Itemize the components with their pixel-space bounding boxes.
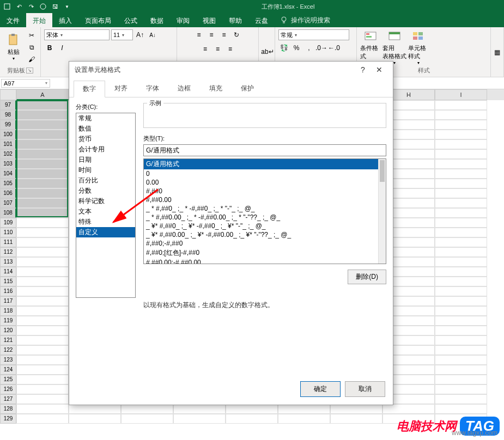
cell[interactable] xyxy=(16,120,69,130)
cell[interactable] xyxy=(16,414,69,424)
cell[interactable] xyxy=(435,149,487,159)
type-item[interactable]: #,##0;[红色]-#,##0 xyxy=(144,248,386,258)
row-header[interactable]: 124 xyxy=(0,365,16,375)
dialog-tab[interactable]: 保护 xyxy=(232,80,263,97)
row-header[interactable]: 106 xyxy=(0,188,16,198)
category-item[interactable]: 百分比 xyxy=(76,175,135,186)
font-size-combo[interactable]: 11▾ xyxy=(111,29,133,40)
cell[interactable] xyxy=(435,345,487,355)
category-item[interactable]: 文本 xyxy=(76,206,135,217)
align-left-icon[interactable]: ≡ xyxy=(200,44,211,54)
row-header[interactable]: 103 xyxy=(0,159,16,169)
type-item[interactable]: #,##0;-#,##0 xyxy=(144,239,386,248)
qat-customize-icon[interactable]: ▼ xyxy=(62,2,72,11)
dialog-tab[interactable]: 字体 xyxy=(137,80,168,97)
cell[interactable] xyxy=(435,100,487,110)
row-header[interactable]: 114 xyxy=(0,267,16,277)
cell[interactable] xyxy=(16,277,69,286)
type-item[interactable]: 0 xyxy=(144,169,386,178)
cell[interactable] xyxy=(435,110,487,120)
tab-review[interactable]: 审阅 xyxy=(170,13,196,27)
cell[interactable] xyxy=(435,296,487,306)
tab-help[interactable]: 帮助 xyxy=(222,13,248,27)
category-list[interactable]: 常规数值货币会计专用日期时间百分比分数科学记数文本特殊自定义 xyxy=(76,113,136,298)
copy-icon[interactable]: ⧉ xyxy=(26,42,37,53)
cell[interactable] xyxy=(16,188,69,198)
row-header[interactable]: 127 xyxy=(0,394,16,404)
type-item[interactable]: #,##0.00 xyxy=(144,195,386,204)
tab-formulas[interactable]: 公式 xyxy=(118,13,144,27)
tab-home[interactable]: 开始 xyxy=(26,13,52,27)
cell[interactable] xyxy=(16,257,69,267)
cell[interactable] xyxy=(435,277,487,286)
row-header[interactable]: 122 xyxy=(0,345,16,355)
cell[interactable] xyxy=(16,286,69,296)
row-header[interactable]: 110 xyxy=(0,228,16,237)
cell[interactable] xyxy=(16,404,69,414)
cell[interactable] xyxy=(435,169,487,179)
cell[interactable] xyxy=(16,335,69,345)
row-header[interactable]: 111 xyxy=(0,237,16,247)
cell[interactable] xyxy=(16,198,69,208)
row-header[interactable]: 118 xyxy=(0,306,16,316)
row-header[interactable]: 113 xyxy=(0,257,16,267)
italic-button[interactable]: I xyxy=(57,42,68,53)
name-box[interactable]: A97▾ xyxy=(1,79,50,88)
font-name-combo[interactable]: 宋体▾ xyxy=(44,29,110,40)
tab-layout[interactable]: 页面布局 xyxy=(78,13,118,27)
clipboard-launcher-icon[interactable]: ↘ xyxy=(26,68,33,74)
type-item[interactable]: G/通用格式 xyxy=(144,159,386,169)
cell[interactable] xyxy=(435,384,487,394)
orientation-icon[interactable]: ↻ xyxy=(231,29,242,40)
cell[interactable] xyxy=(435,247,487,257)
cell[interactable] xyxy=(435,179,487,188)
column-header[interactable]: I xyxy=(435,89,487,100)
cell[interactable] xyxy=(435,120,487,130)
type-input[interactable] xyxy=(143,144,386,156)
comma-icon[interactable]: , xyxy=(303,42,314,53)
cell[interactable] xyxy=(16,208,69,218)
category-item[interactable]: 科学记数 xyxy=(76,196,135,206)
cell[interactable] xyxy=(16,355,69,365)
undo-icon[interactable]: ↶ xyxy=(14,2,24,11)
type-item[interactable]: _ * #,##0.00_ ;_ * -#,##0.00_ ;_ * "-"??… xyxy=(144,213,386,222)
cell[interactable] xyxy=(16,100,69,110)
cell[interactable] xyxy=(435,306,487,316)
row-header[interactable]: 98 xyxy=(0,110,16,120)
cell[interactable] xyxy=(16,345,69,355)
tab-insert[interactable]: 插入 xyxy=(52,13,78,27)
dialog-tab[interactable]: 边框 xyxy=(168,80,200,97)
percent-icon[interactable]: % xyxy=(291,42,302,53)
cell[interactable] xyxy=(16,169,69,179)
category-item[interactable]: 自定义 xyxy=(76,227,135,237)
cell[interactable] xyxy=(16,375,69,384)
cell[interactable] xyxy=(16,130,69,139)
category-item[interactable]: 会计专用 xyxy=(76,144,135,155)
cell[interactable] xyxy=(16,384,69,394)
cut-icon[interactable]: ✂ xyxy=(26,30,37,41)
cell[interactable] xyxy=(173,404,226,414)
cell[interactable] xyxy=(435,355,487,365)
cell[interactable] xyxy=(435,188,487,198)
row-header[interactable]: 129 xyxy=(0,414,16,424)
row-header[interactable]: 101 xyxy=(0,139,16,149)
category-item[interactable]: 时间 xyxy=(76,165,135,175)
row-header[interactable]: 100 xyxy=(0,130,16,139)
cell[interactable] xyxy=(16,159,69,169)
tab-file[interactable]: 文件 xyxy=(0,13,26,27)
dec-decimal-icon[interactable]: ←.0 xyxy=(329,42,339,53)
increase-font-icon[interactable]: A↑ xyxy=(135,29,145,40)
cancel-button[interactable]: 取消 xyxy=(345,381,385,397)
redo-icon[interactable]: ↷ xyxy=(26,2,36,11)
cell[interactable] xyxy=(330,404,382,414)
cell[interactable] xyxy=(16,149,69,159)
cell[interactable] xyxy=(16,394,69,404)
cell[interactable] xyxy=(16,296,69,306)
row-header[interactable]: 120 xyxy=(0,326,16,335)
tab-cloud[interactable]: 云盘 xyxy=(248,13,275,27)
align-mid-icon[interactable]: ≡ xyxy=(206,29,217,40)
dialog-tab[interactable]: 填充 xyxy=(200,80,232,97)
type-item[interactable]: #,##0.00;-#,##0.00 xyxy=(144,258,386,264)
cell[interactable] xyxy=(435,326,487,335)
category-item[interactable]: 常规 xyxy=(76,113,135,124)
